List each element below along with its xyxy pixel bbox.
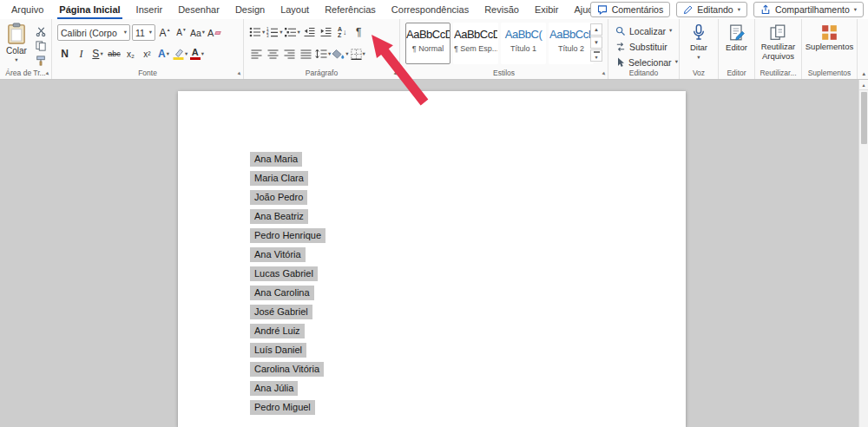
name-line[interactable]: Ana Vitória [250,247,306,262]
comments-button[interactable]: Comentários [590,2,671,17]
ribbon-tab[interactable]: Correspondências [384,0,477,19]
borders-button[interactable]: ▾ [351,46,365,62]
superscript-label: x² [143,49,150,59]
collapse-ribbon-icon[interactable]: ▴ [862,70,865,77]
cursor-icon [615,57,625,68]
subscript-button[interactable]: x₂ [123,46,138,62]
styles-scroll-down-button[interactable]: ▼ [590,36,602,49]
chevron-down-icon: ▾ [124,30,127,36]
editor-button[interactable]: Editor [719,24,754,53]
ribbon-tab[interactable]: Arquivo [3,0,51,19]
editing-mode-button[interactable]: Editando ▾ [676,2,747,17]
align-center-button[interactable] [266,46,280,62]
justify-button[interactable] [299,46,313,62]
name-line[interactable]: Ana Maria [250,152,302,167]
grow-font-button[interactable]: A▴ [157,25,172,41]
ribbon-tab[interactable]: Inserir [128,0,171,19]
ribbon-tab[interactable]: Layout [273,0,317,19]
superscript-button[interactable]: x² [140,46,155,62]
paste-label: Colar [6,46,27,56]
style-card[interactable]: AaBbC( Título 1 [501,23,546,64]
font-color-button[interactable]: A ▾ [189,46,204,62]
font-family-combo[interactable]: Calibri (Corpo ▾ [57,24,130,41]
ribbon-tab[interactable]: Design [227,0,273,19]
style-card[interactable]: AaBbCcE Título 2 [549,23,594,64]
name-text: Ana Beatriz [254,211,304,221]
styles-more-button[interactable]: ▾ [590,49,602,62]
ribbon-tab[interactable]: Página Inicial [51,0,128,19]
addins-button[interactable]: Suplementos [802,24,857,52]
line-spacing-button[interactable]: ▾ [315,46,331,62]
name-line[interactable]: Maria Clara [250,171,308,186]
paragraph-row-1: ▾ 123 ▾ ▾ AZ ↓ ¶ [249,24,366,40]
reuse-group: ReutilizarArquivos Reutilizar... [755,19,802,79]
text-effects-button[interactable]: A▾ [156,46,171,62]
document-page[interactable]: Ana MariaMaria ClaraJoão PedroAna Beatri… [178,91,686,427]
scroll-up-arrow-icon[interactable]: ▴ [859,80,868,90]
numbering-button[interactable]: 123 ▾ [266,24,282,40]
shrink-font-button[interactable]: A▾ [174,25,188,41]
strikethrough-button[interactable]: abc [107,46,122,62]
numbering-icon: 123 [266,27,279,37]
chevron-down-icon: ▾ [854,7,857,13]
name-line[interactable]: André Luiz [250,324,305,338]
underline-button[interactable]: S▾ [90,46,105,62]
name-line[interactable]: Ana Carolina [250,286,314,300]
style-preview: AaBbC( [502,28,545,41]
clear-formatting-letter: A [207,28,214,38]
name-line[interactable]: Ana Júlia [250,381,298,396]
styles-scroll-up-button[interactable]: ▲ [590,23,602,36]
reuse-files-icon [770,24,786,41]
shading-button[interactable]: ▾ [332,46,348,62]
font-size-combo[interactable]: 11 ▾ [132,24,155,41]
name-line[interactable]: Lucas Gabriel [250,266,318,281]
paste-button[interactable]: Colar ▾ [3,23,30,63]
style-card[interactable]: AaBbCcDc ¶ Normal [405,23,450,64]
name-line[interactable]: Pedro Henrique [250,228,326,243]
copy-icon [36,41,46,51]
ribbon-tab-label: Correspondências [391,4,469,15]
sort-button[interactable]: AZ ↓ [335,24,350,40]
align-right-button[interactable] [282,46,297,62]
decrease-indent-button[interactable] [302,24,317,40]
clipboard-group-label: Área de Tr... [0,69,51,77]
ribbon-tab[interactable]: Desenhar [170,0,227,19]
change-case-button[interactable]: Aa▾ [190,25,205,41]
align-left-button[interactable] [249,46,264,62]
italic-button[interactable]: I [74,46,89,62]
vertical-scrollbar[interactable]: ▴ [858,80,868,427]
name-line[interactable]: Carolina Vitória [250,362,324,377]
editor-group-label: Editor [719,69,754,77]
select-button[interactable]: Selecionar ▾ [615,56,678,69]
bullets-button[interactable]: ▾ [249,24,265,40]
paragraph-row-2: ▾ ▾ ▾ [249,46,365,62]
name-text: Ana Vitória [254,249,301,259]
format-painter-button[interactable] [33,55,48,66]
increase-indent-button[interactable] [319,24,333,40]
reuse-files-button[interactable]: ReutilizarArquivos [755,24,801,62]
dictate-button[interactable]: Ditar ▾ [680,23,718,60]
name-line[interactable]: José Gabriel [250,305,312,319]
name-line[interactable]: Luís Daniel [250,343,306,358]
show-paragraph-marks-button[interactable]: ¶ [352,24,366,40]
find-button[interactable]: Localizar ▾ [615,24,672,37]
ribbon-tab-label: Arquivo [11,4,43,15]
bold-button[interactable]: N [57,46,72,62]
chevron-down-icon: ▾ [697,55,700,61]
ribbon-tab[interactable]: Revisão [477,0,527,19]
style-card[interactable]: AaBbCcDc ¶ Sem Esp... [453,23,498,64]
scrollbar-thumb[interactable] [861,92,867,144]
ribbon-tab[interactable]: Exibir [527,0,567,19]
highlight-color-button[interactable]: ▾ [173,46,187,62]
clear-formatting-button[interactable]: A [207,25,221,41]
ribbon-tab[interactable]: Referências [317,0,384,19]
addins-group-label: Suplementos [802,69,857,77]
copy-button[interactable] [33,40,48,51]
share-button[interactable]: Compartilhamento ▾ [753,2,864,17]
name-line[interactable]: Ana Beatriz [250,209,308,224]
name-line[interactable]: Pedro Miguel [250,400,315,415]
multilevel-list-button[interactable]: ▾ [285,24,300,40]
replace-button[interactable]: Substituir [615,40,667,53]
cut-button[interactable] [33,25,48,36]
name-line[interactable]: João Pedro [250,190,307,205]
